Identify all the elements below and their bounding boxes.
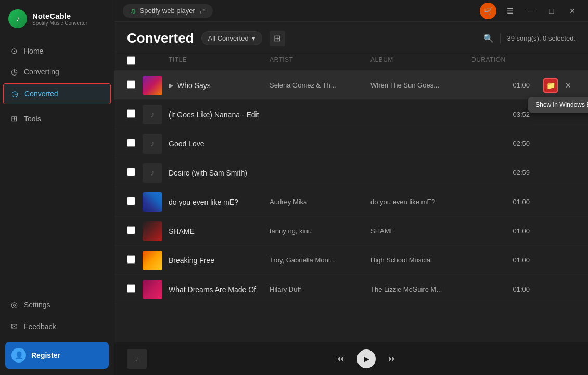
minimize-button[interactable]: ─ xyxy=(523,4,538,18)
logo-text: NoteCable Spotify Music Converter xyxy=(32,11,87,26)
row-7-checkbox[interactable] xyxy=(127,255,135,264)
app-subtitle: Spotify Music Converter xyxy=(32,20,87,26)
sidebar-item-feedback[interactable]: ✉ Feedback xyxy=(5,317,109,336)
row-checkbox-cell xyxy=(127,197,143,207)
show-in-explorer-button[interactable]: 📁 xyxy=(543,78,558,93)
row-actions-cell: 📁 ✕ Show in Windows Explorer xyxy=(534,78,576,93)
filter-dropdown[interactable]: All Converted ▾ xyxy=(201,31,262,45)
row-6-checkbox[interactable] xyxy=(127,226,135,234)
row-artist-cell: Selena Gomez & Th... xyxy=(270,81,370,89)
chevron-down-icon: ▾ xyxy=(252,34,255,42)
row-album-cell: When The Sun Goes... xyxy=(370,81,471,89)
sidebar-item-tools[interactable]: ⊞ Tools xyxy=(0,108,114,129)
converted-icon: ◷ xyxy=(10,89,19,98)
row-2-checkbox[interactable] xyxy=(127,109,135,118)
sidebar-item-label: Home xyxy=(24,47,43,55)
row-thumbnail xyxy=(143,280,162,299)
row-duration-cell: 01:00 xyxy=(471,81,534,89)
divider xyxy=(500,34,501,43)
player-controls: ⏮ ▶ ⏭ xyxy=(157,349,576,368)
row-artist-cell: Hilary Duff xyxy=(270,285,370,293)
header-actions xyxy=(534,56,576,66)
song-title: Who Says xyxy=(177,81,211,90)
row-checkbox-cell xyxy=(127,139,143,149)
window-controls: 🛒 ☰ ─ □ ✕ xyxy=(480,3,580,19)
row-duration-cell: 02:50 xyxy=(471,140,534,147)
table-row: Breaking Free Troy, Gabriella Mont... Hi… xyxy=(114,246,588,275)
row-album-cell: High School Musical xyxy=(370,256,471,264)
header-title: TITLE xyxy=(169,56,270,66)
row-checkbox-cell xyxy=(127,284,143,295)
feedback-label: Feedback xyxy=(24,322,56,331)
row-5-checkbox[interactable] xyxy=(127,197,135,205)
sidebar-item-settings[interactable]: ◎ Settings xyxy=(5,295,109,315)
row-4-checkbox[interactable] xyxy=(127,168,135,176)
row-thumbnail xyxy=(143,251,162,270)
tooltip: Show in Windows Explorer xyxy=(528,97,588,113)
thumbnail-image xyxy=(143,76,162,95)
close-button[interactable]: ✕ xyxy=(565,4,580,18)
play-inline-button[interactable]: ▶ xyxy=(169,82,173,89)
register-button[interactable]: 👤 Register xyxy=(5,342,109,369)
table-row: SHAME tanny ng, kinu SHAME 01:00 xyxy=(114,217,588,246)
row-artist-cell: tanny ng, kinu xyxy=(270,227,370,235)
row-thumbnail: ♪ xyxy=(143,105,162,124)
row-duration-cell: 01:00 xyxy=(471,285,534,293)
spotify-btn-label: Spotify web player xyxy=(140,7,195,15)
row-album-cell: The Lizzie McGuire M... xyxy=(370,285,471,293)
table-row: ▶ Who Says Selena Gomez & Th... When The… xyxy=(114,71,588,100)
switch-icon: ⇄ xyxy=(199,7,206,15)
thumbnail-image xyxy=(143,251,162,270)
song-title: What Dreams Are Made Of xyxy=(169,285,256,294)
home-icon: ⊙ xyxy=(9,46,19,56)
table-row: What Dreams Are Made Of Hilary Duff The … xyxy=(114,275,588,304)
row-duration-cell: 01:00 xyxy=(471,198,534,206)
tooltip-container: Show in Windows Explorer xyxy=(528,95,588,113)
row-duration-cell: 02:59 xyxy=(471,169,534,177)
row-title-cell: do you even like mE? xyxy=(169,198,270,206)
search-icon[interactable]: 🔍 xyxy=(483,33,494,43)
row-artist-cell: Audrey Mika xyxy=(270,198,370,206)
header-thumb xyxy=(143,56,169,66)
row-title-cell: Desire (with Sam Smith) xyxy=(169,169,270,177)
sidebar-item-converted[interactable]: ◷ Converted xyxy=(3,83,111,104)
content-area: Converted All Converted ▾ ⊞ 🔍 39 song(s)… xyxy=(114,22,588,375)
maximize-button[interactable]: □ xyxy=(544,4,559,18)
thumbnail-image xyxy=(143,192,162,212)
row-duration-cell: 01:00 xyxy=(471,256,534,264)
song-title: do you even like mE? xyxy=(169,198,238,206)
table-row: ♪ Desire (with Sam Smith) 02:59 xyxy=(114,158,588,188)
header-check xyxy=(127,56,143,66)
next-button[interactable]: ⏭ xyxy=(388,354,397,364)
spotify-web-player-button[interactable]: ♫ Spotify web player ⇄ xyxy=(123,4,213,18)
header-album: ALBUM xyxy=(370,56,471,66)
table-row: ♪ Good Love 02:50 xyxy=(114,129,588,158)
sidebar-item-home[interactable]: ⊙ Home xyxy=(0,41,114,61)
music-note-icon: ♪ xyxy=(150,110,155,119)
remove-button[interactable]: ✕ xyxy=(561,78,576,93)
cart-button[interactable]: 🛒 xyxy=(480,3,496,19)
song-title: (It Goes Like) Nanana - Edit xyxy=(169,110,259,119)
table-row: do you even like mE? Audrey Mika do you … xyxy=(114,188,588,217)
row-artist-cell: Troy, Gabriella Mont... xyxy=(270,256,370,264)
row-3-checkbox[interactable] xyxy=(127,139,135,147)
settings-label: Settings xyxy=(24,301,50,309)
player-thumbnail: ♪ xyxy=(127,349,147,369)
grid-toggle-button[interactable]: ⊞ xyxy=(270,31,285,46)
sidebar-item-converting[interactable]: ◷ Converting xyxy=(0,61,114,82)
row-duration-cell: 01:00 xyxy=(471,227,534,235)
play-pause-button[interactable]: ▶ xyxy=(357,349,376,368)
menu-button[interactable]: ☰ xyxy=(503,4,517,18)
app-logo: ♪ NoteCable Spotify Music Converter xyxy=(0,0,114,36)
table-header: TITLE ARTIST ALBUM DURATION xyxy=(114,52,588,71)
spotify-icon: ♫ xyxy=(130,7,136,15)
row-1-checkbox[interactable] xyxy=(127,80,135,89)
row-8-checkbox[interactable] xyxy=(127,284,135,293)
previous-button[interactable]: ⏮ xyxy=(336,354,344,364)
sidebar-item-label: Converting xyxy=(24,68,59,76)
sidebar-item-label: Converted xyxy=(24,90,58,98)
select-all-checkbox[interactable] xyxy=(127,56,135,65)
register-label: Register xyxy=(31,351,60,359)
song-title: Breaking Free xyxy=(169,256,214,265)
sidebar-nav: ⊙ Home ◷ Converting ◷ Converted ⊞ Tools xyxy=(0,36,114,289)
